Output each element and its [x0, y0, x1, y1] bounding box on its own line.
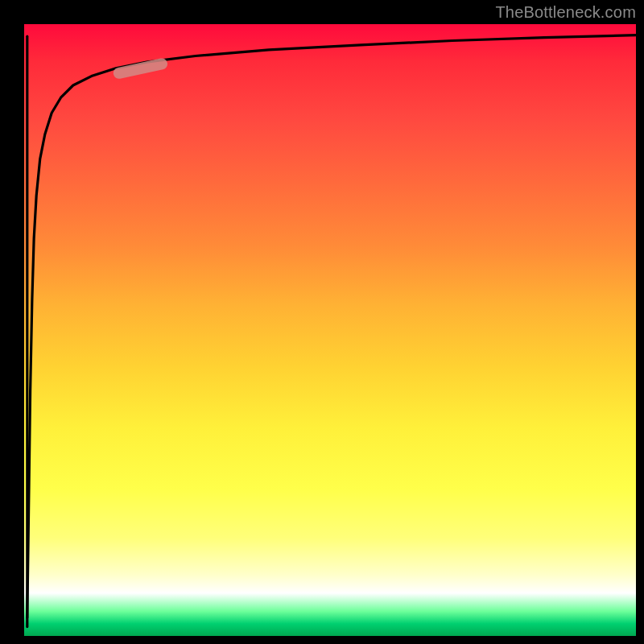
curve-layer	[24, 24, 636, 636]
plot-area	[24, 24, 636, 636]
watermark-text: TheBottleneck.com	[495, 3, 636, 22]
bottleneck-curve	[27, 35, 636, 618]
chart-stage: TheBottleneck.com	[0, 0, 644, 644]
